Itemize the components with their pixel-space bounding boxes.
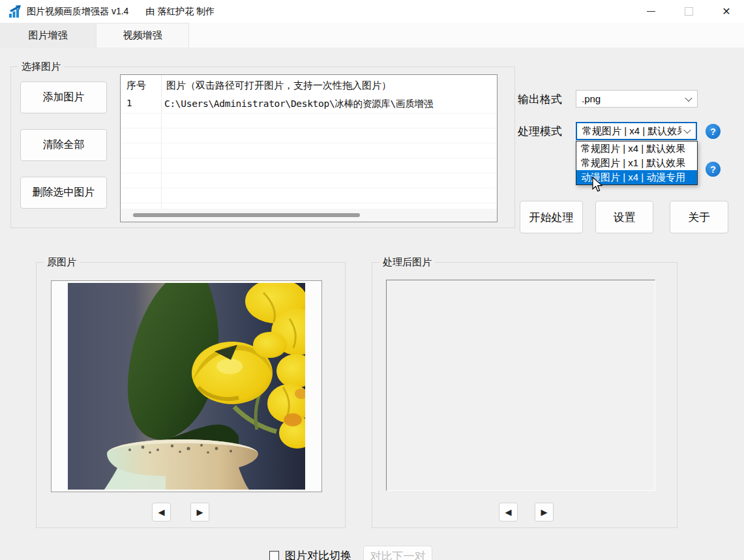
- maximize-button[interactable]: [674, 0, 703, 23]
- table-grid-line: [121, 113, 497, 113]
- secondary-help-icon[interactable]: ?: [706, 162, 721, 177]
- table-cell-path[interactable]: C:\Users\Administrator\Desktop\冰棒的资源库\画质…: [164, 98, 433, 110]
- app-title: 图片视频画质增强器 v1.4: [27, 6, 128, 16]
- processed-image-group-title: 处理后图片: [379, 256, 435, 269]
- output-format-select[interactable]: .png: [576, 90, 698, 108]
- window-title: 图片视频画质增强器 v1.4由 落红护花 制作: [27, 6, 215, 18]
- original-next-button[interactable]: ▶: [190, 503, 209, 522]
- select-image-group: 选择图片 添加图片 清除全部 删除选中图片 序号 图片（双击路径可打开图片，支持…: [10, 66, 515, 228]
- processed-image-frame: [386, 280, 655, 491]
- output-format-label: 输出格式: [518, 92, 562, 107]
- image-file-table[interactable]: 序号 图片（双击路径可打开图片，支持一次性拖入图片） 1 C:\Users\Ad…: [120, 74, 498, 222]
- processed-image-group: 处理后图片 ◀ ▶: [372, 262, 677, 528]
- original-prev-button[interactable]: ◀: [152, 503, 171, 522]
- clear-all-label: 清除全部: [43, 138, 85, 152]
- select-image-group-title: 选择图片: [18, 61, 64, 73]
- app-author: 由 落红护花 制作: [145, 6, 215, 16]
- flower-photo: [68, 283, 305, 490]
- minimize-icon: [647, 11, 655, 12]
- scrollbar-thumb[interactable]: [133, 213, 360, 217]
- compare-toggle-checkbox[interactable]: [269, 551, 279, 560]
- dropdown-option-2[interactable]: 常规图片 | x1 | 默认效果: [576, 156, 697, 170]
- mouse-cursor: [592, 177, 603, 192]
- chevron-down-icon: [683, 126, 691, 134]
- table-grid-line: [121, 158, 497, 158]
- table-header-index: 序号: [126, 80, 146, 92]
- output-format-value: .png: [576, 93, 601, 104]
- original-image-group-title: 原图片: [44, 256, 80, 269]
- about-button[interactable]: 关于: [670, 201, 728, 233]
- tab-image-enhance-label: 图片增强: [29, 29, 68, 42]
- add-image-button[interactable]: 添加图片: [20, 81, 107, 113]
- add-image-label: 添加图片: [43, 91, 85, 104]
- compare-next-label: 对比下一对: [370, 549, 426, 560]
- tab-video-enhance-label: 视频增强: [123, 29, 162, 42]
- right-arrow-icon: ▶: [541, 507, 548, 517]
- settings-button[interactable]: 设置: [595, 201, 653, 233]
- process-mode-select[interactable]: 常规图片 | x4 | 默认效果: [576, 122, 697, 140]
- close-icon: ✕: [722, 7, 730, 17]
- table-grid-line: [121, 143, 497, 143]
- process-mode-help-icon[interactable]: ?: [706, 124, 721, 139]
- close-button[interactable]: ✕: [712, 0, 741, 23]
- app-window: 图片视频画质增强器 v1.4由 落红护花 制作 ✕ 图片增强 视频增强 选择图片…: [0, 0, 744, 560]
- left-arrow-icon: ◀: [505, 507, 512, 517]
- clear-all-button[interactable]: 清除全部: [20, 129, 107, 161]
- table-grid-line: [121, 128, 497, 128]
- original-image-preview[interactable]: [68, 283, 305, 490]
- compare-toggle-label: 图片对比切换: [285, 548, 351, 560]
- processed-next-button[interactable]: ▶: [535, 503, 554, 522]
- title-bar: 图片视频画质增强器 v1.4由 落红护花 制作 ✕: [0, 0, 744, 23]
- table-grid-line: [121, 203, 497, 203]
- table-header-row: 序号 图片（双击路径可打开图片，支持一次性拖入图片）: [121, 75, 497, 95]
- table-header-path: 图片（双击路径可打开图片，支持一次性拖入图片）: [166, 80, 391, 92]
- right-arrow-icon: ▶: [197, 507, 203, 517]
- remove-selected-button[interactable]: 删除选中图片: [20, 177, 107, 209]
- tab-bar: 图片增强 视频增强: [0, 23, 744, 48]
- processed-prev-button[interactable]: ◀: [499, 503, 518, 522]
- remove-selected-label: 删除选中图片: [33, 186, 95, 199]
- question-mark: ?: [710, 126, 716, 137]
- settings-label: 设置: [614, 210, 636, 225]
- app-logo-icon: [8, 5, 22, 18]
- maximize-icon: [685, 7, 693, 16]
- about-label: 关于: [688, 210, 710, 225]
- start-processing-label: 开始处理: [529, 210, 574, 225]
- table-row[interactable]: 1 C:\Users\Administrator\Desktop\冰棒的资源库\…: [121, 95, 497, 113]
- chevron-down-icon: [685, 94, 692, 101]
- table-grid-line: [121, 188, 497, 188]
- minimize-button[interactable]: [636, 0, 665, 23]
- original-image-group: 原图片: [36, 262, 346, 528]
- question-mark: ?: [710, 164, 716, 175]
- process-mode-label: 处理模式: [518, 124, 562, 139]
- table-cell-index: 1: [126, 98, 132, 108]
- dropdown-option-1[interactable]: 常规图片 | x4 | 默认效果: [576, 141, 697, 156]
- table-grid-line: [121, 173, 497, 173]
- left-arrow-icon: ◀: [158, 507, 165, 517]
- process-mode-value: 常规图片 | x4 | 默认效果: [577, 125, 681, 138]
- compare-next-button[interactable]: 对比下一对: [363, 546, 432, 560]
- start-processing-button[interactable]: 开始处理: [520, 201, 583, 233]
- table-horizontal-scrollbar[interactable]: [121, 209, 497, 222]
- tab-video-enhance[interactable]: 视频增强: [96, 23, 189, 48]
- tab-image-enhance[interactable]: 图片增强: [0, 23, 96, 48]
